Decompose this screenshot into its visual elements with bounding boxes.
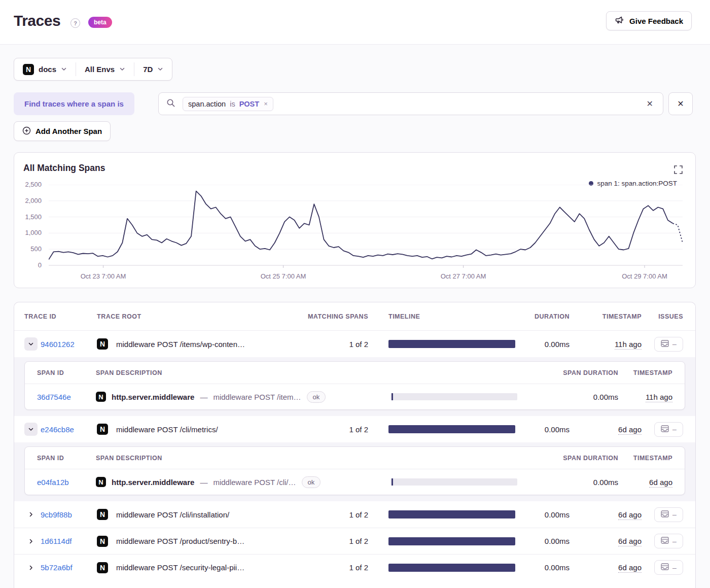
trace-id-link[interactable]: 9cb9f88b: [41, 510, 72, 519]
filter-token-key: span.action: [188, 100, 226, 108]
span-timestamp[interactable]: 11h ago: [646, 393, 672, 402]
timeline-bar: [388, 425, 515, 433]
nextjs-project-logo: N: [96, 477, 106, 487]
y-tick-label: 2,000: [25, 197, 42, 204]
nextjs-project-logo: N: [96, 392, 106, 402]
environment-selector-label: All Envs: [85, 65, 115, 74]
expand-trace-button[interactable]: [24, 535, 38, 548]
span-status-badge: ok: [302, 476, 321, 488]
nextjs-project-logo: N: [97, 424, 108, 435]
environment-selector[interactable]: All Envs: [76, 58, 134, 80]
trace-timestamp[interactable]: 6d ago: [618, 537, 642, 546]
trace-id-link[interactable]: 1d6114df: [41, 537, 72, 545]
collapse-trace-button[interactable]: [24, 337, 38, 351]
y-tick-label: 1,500: [25, 213, 42, 221]
span-row: e04fa12b N http.server.middleware — midd…: [25, 469, 685, 495]
close-icon: ✕: [677, 99, 684, 109]
span-description: middleware POST /cli/…: [213, 478, 296, 487]
issues-count-placeholder: –: [672, 510, 677, 518]
project-selector[interactable]: N docs: [14, 58, 76, 80]
y-tick-label: 0: [38, 261, 42, 269]
span-search-input[interactable]: span.action is POST × ✕: [158, 92, 663, 115]
span-id-link[interactable]: 36d7546e: [37, 393, 71, 401]
nextjs-project-logo: N: [97, 562, 108, 573]
fullscreen-icon[interactable]: [674, 165, 683, 175]
col-timeline: TIMELINE: [388, 313, 515, 320]
give-feedback-label: Give Feedback: [629, 17, 683, 25]
span-operation: http.server.middleware: [112, 393, 194, 401]
issues-count-placeholder: –: [672, 564, 677, 572]
col-span-duration: SPAN DURATION: [517, 455, 618, 462]
beta-badge: beta: [88, 17, 112, 28]
trace-root: middleware POST /items/wp-conten…: [116, 340, 299, 349]
span-row: 36d7546e N http.server.middleware — midd…: [25, 384, 685, 409]
spans-subtable: SPAN ID SPAN DESCRIPTION SPAN DURATION T…: [24, 361, 685, 410]
col-span-timestamp: TIMESTAMP: [618, 455, 672, 462]
give-feedback-button[interactable]: Give Feedback: [606, 11, 692, 30]
date-range-selector[interactable]: 7D: [134, 58, 172, 80]
nextjs-project-logo: N: [97, 509, 108, 520]
collapse-trace-button[interactable]: [24, 423, 38, 436]
issues-icon: [661, 537, 669, 545]
x-tick-label: Oct 25 7:00 AM: [261, 272, 306, 280]
nextjs-project-logo: N: [23, 64, 34, 75]
col-trace-id: TRACE ID: [24, 313, 97, 320]
filter-token[interactable]: span.action is POST ×: [183, 97, 273, 111]
y-tick-label: 1,000: [25, 229, 42, 236]
col-matching-spans: MATCHING SPANS: [299, 313, 368, 320]
trace-timestamp[interactable]: 11h ago: [615, 340, 642, 350]
trace-root: middleware POST /cli/metrics/: [116, 425, 299, 434]
issues-count-placeholder: –: [672, 537, 677, 545]
expanded-spans-panel: SPAN ID SPAN DESCRIPTION SPAN DURATION T…: [14, 357, 695, 416]
issues-cell[interactable]: –: [654, 337, 683, 352]
expanded-spans-panel: SPAN ID SPAN DESCRIPTION SPAN DURATION T…: [14, 442, 695, 501]
col-duration: DURATION: [515, 313, 570, 320]
chevron-down-icon: [157, 65, 163, 74]
spans-subtable-header: SPAN ID SPAN DESCRIPTION SPAN DURATION T…: [25, 362, 685, 384]
timeline-bar: [388, 564, 515, 572]
issues-cell[interactable]: –: [654, 534, 683, 548]
timeline-bar: [388, 510, 515, 518]
trace-row: 5b72a6bf N middleware POST /security-leg…: [14, 554, 695, 580]
col-span-duration: SPAN DURATION: [517, 369, 618, 376]
expand-trace-button[interactable]: [24, 561, 38, 574]
trace-row: e246cb8e N middleware POST /cli/metrics/…: [14, 416, 695, 442]
timeline-bar: [388, 537, 515, 545]
search-icon: [166, 98, 175, 110]
remove-span-filter-button[interactable]: ✕: [668, 92, 693, 115]
issues-cell[interactable]: –: [654, 507, 683, 522]
issues-cell[interactable]: –: [654, 422, 683, 437]
trace-duration: 0.00ms: [515, 563, 570, 572]
issues-cell[interactable]: –: [654, 560, 683, 575]
traces-table-header: TRACE ID TRACE ROOT MATCHING SPANS TIMEL…: [14, 302, 695, 331]
x-tick-label: Oct 29 7:00 AM: [622, 272, 667, 280]
trace-id-link[interactable]: e246cb8e: [41, 425, 74, 434]
trace-duration: 0.00ms: [515, 510, 570, 519]
trace-duration: 0.00ms: [515, 537, 570, 545]
trace-root: middleware POST /security-legal-pii…: [116, 563, 299, 572]
remove-token-icon[interactable]: ×: [264, 100, 268, 108]
trace-row: 9cb9f88b N middleware POST /cli/installa…: [14, 501, 695, 528]
matching-spans-count: 1 of 2: [299, 537, 368, 545]
separator: —: [200, 478, 207, 487]
add-another-span-button[interactable]: Add Another Span: [14, 121, 111, 141]
span-status-badge: ok: [307, 391, 326, 403]
trace-timestamp[interactable]: 6d ago: [618, 425, 642, 435]
clear-search-icon[interactable]: ✕: [645, 97, 655, 111]
trace-timestamp[interactable]: 6d ago: [618, 563, 642, 573]
trace-timestamp[interactable]: 6d ago: [618, 510, 642, 520]
span-timestamp[interactable]: 6d ago: [649, 478, 672, 488]
span-timeline-track: [390, 393, 517, 400]
trace-id-link[interactable]: 5b72a6bf: [41, 563, 73, 572]
y-tick-label: 500: [30, 245, 42, 253]
help-icon[interactable]: ?: [70, 18, 80, 28]
col-span-description: SPAN DESCRIPTION: [96, 455, 517, 462]
filter-token-operator: is: [230, 100, 235, 108]
expand-trace-button[interactable]: [24, 508, 38, 521]
col-timestamp: TIMESTAMP: [570, 313, 642, 320]
trace-id-link[interactable]: 94601262: [41, 340, 75, 349]
timeline-bar: [388, 340, 515, 348]
trace-row: 1d6114df N middleware POST /product/sent…: [14, 528, 695, 554]
span-id-link[interactable]: e04fa12b: [37, 478, 69, 487]
add-another-span-label: Add Another Span: [36, 127, 102, 135]
